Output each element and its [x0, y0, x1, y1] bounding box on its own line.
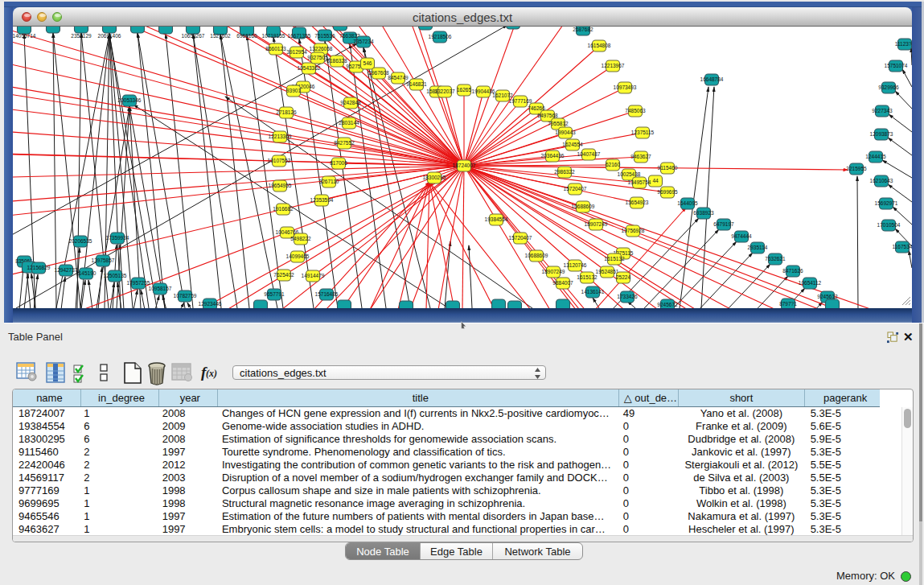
svg-text:10543362: 10543362 [298, 65, 321, 71]
svg-text:14055714: 14055714 [13, 33, 36, 39]
svg-text:17010504: 17010504 [877, 222, 901, 228]
svg-text:1322037: 1322037 [434, 89, 455, 94]
svg-text:6938923: 6938923 [693, 210, 714, 216]
svg-text:2803144: 2803144 [339, 120, 359, 126]
svg-text:19654955: 19654955 [269, 183, 292, 188]
svg-text:8797?1: 8797?1 [779, 301, 797, 307]
svg-text:7485063: 7485063 [625, 108, 646, 113]
svg-text:3267110: 3267110 [319, 179, 339, 184]
svg-text:10688609: 10688609 [525, 253, 548, 258]
svg-text:18907249: 18907249 [542, 269, 565, 274]
svg-text:6497568: 6497568 [537, 113, 558, 118]
svg-text:12942737: 12942737 [55, 267, 78, 273]
svg-text:62160: 62160 [606, 162, 620, 167]
svg-text:14914479: 14914479 [302, 273, 325, 278]
svg-text:19756928: 19756928 [622, 228, 645, 233]
svg-text:12213967: 12213967 [602, 63, 625, 68]
svg-text:9245612: 9245612 [817, 294, 838, 299]
svg-text:1621072: 1621072 [492, 93, 513, 98]
svg-text:2986322: 2986322 [554, 169, 575, 175]
svg-text:25224: 25224 [616, 274, 630, 280]
svg-text:1615132: 1615132 [577, 274, 598, 280]
svg-text:13226058: 13226058 [310, 46, 333, 51]
svg-text:15692971: 15692971 [875, 200, 898, 206]
svg-text:5498222: 5498222 [290, 236, 311, 241]
svg-text:3912954: 3912954 [286, 49, 307, 55]
svg-text:20206535: 20206535 [69, 238, 92, 244]
svg-text:9699695: 9699695 [657, 189, 678, 195]
svg-text:9227343: 9227343 [872, 108, 893, 113]
svg-text:10719155: 10719155 [262, 33, 285, 39]
svg-text:12353594: 12353594 [310, 197, 334, 203]
svg-text:10407487: 10407487 [577, 151, 601, 157]
svg-text:1615132: 1615132 [604, 256, 625, 262]
svg-text:12156829: 12156829 [27, 265, 51, 270]
svg-text:9329966: 9329966 [878, 84, 899, 90]
svg-text:9146821: 9146821 [406, 81, 427, 87]
svg-text:20364436: 20364436 [541, 153, 565, 159]
svg-text:12093873: 12093873 [870, 131, 893, 137]
svg-text:6479197: 6479197 [713, 221, 734, 227]
svg-text:10107552: 10107552 [268, 158, 291, 163]
svg-text:9242848: 9242848 [340, 100, 361, 105]
svg-text:13120746: 13120746 [564, 262, 587, 268]
svg-text:19524851: 19524851 [596, 269, 619, 274]
svg-text:6966160: 6966160 [236, 33, 257, 39]
svg-text:16671355: 16671355 [288, 33, 311, 39]
svg-text:7632621: 7632621 [765, 256, 786, 262]
svg-text:17359934: 17359934 [106, 235, 129, 241]
svg-text:7625402: 7625402 [273, 272, 294, 278]
svg-text:20053346: 20053346 [118, 97, 142, 103]
svg-text:9327505: 9327505 [307, 55, 328, 60]
svg-text:546: 546 [363, 60, 372, 66]
svg-text:1916682: 1916682 [273, 206, 294, 212]
svg-text:9245672: 9245672 [657, 302, 678, 307]
svg-text:15720407: 15720407 [509, 235, 532, 241]
svg-text:9657791: 9657791 [264, 291, 285, 297]
svg-text:93901: 93901 [286, 88, 301, 93]
svg-text:8186328: 8186328 [326, 58, 347, 64]
svg-text:16210643: 16210643 [870, 178, 893, 183]
svg-text:1167534: 1167534 [893, 244, 912, 249]
svg-text:14099465: 14099465 [286, 253, 310, 259]
svg-text:8471626: 8471626 [782, 268, 803, 274]
svg-text:17957255: 17957255 [127, 280, 150, 286]
svg-text:1624554: 1624554 [562, 142, 583, 147]
svg-text:19777169: 19777169 [509, 98, 532, 104]
svg-text:11123?4: 11123?4 [895, 41, 912, 47]
svg-text:7955812: 7955812 [548, 121, 569, 126]
svg-text:1244415: 1244415 [865, 154, 886, 159]
svg-text:817006: 817006 [330, 160, 347, 166]
svg-text:12213369: 12213369 [269, 134, 292, 139]
svg-text:18300295: 18300295 [423, 175, 446, 180]
svg-text:16648784: 16648784 [700, 76, 724, 82]
svg-text:9474444: 9474444 [731, 233, 752, 239]
svg-text:8427552: 8427552 [334, 140, 355, 146]
svg-text:12375115: 12375115 [631, 130, 655, 135]
svg-text:9884007: 9884007 [552, 280, 573, 286]
svg-text:19218506: 19218506 [429, 34, 452, 39]
svg-text:2687682: 2687682 [573, 27, 593, 32]
svg-text:14136141: 14136141 [581, 289, 605, 295]
svg-text:10653267: 10653267 [182, 33, 205, 39]
svg-text:13495754: 13495754 [628, 179, 651, 185]
svg-text:13654923: 13654923 [626, 200, 649, 205]
svg-text:13975857: 13975857 [92, 257, 115, 263]
svg-text:10688609: 10688609 [572, 204, 595, 209]
svg-text:1990443: 1990443 [555, 130, 576, 135]
svg-text:9115460: 9115460 [658, 165, 678, 171]
svg-text:10782759: 10782759 [174, 293, 197, 299]
svg-text:2967608: 2967608 [368, 70, 389, 76]
svg-text:18907249: 18907249 [585, 221, 608, 227]
svg-text:8660123: 8660123 [265, 46, 286, 51]
svg-text:20691406: 20691406 [98, 33, 121, 39]
svg-text:10958157: 10958157 [149, 286, 172, 291]
svg-text:(x): (x) [206, 368, 217, 379]
svg-text:16154808: 16154808 [588, 43, 611, 48]
svg-text:1527602: 1527602 [210, 33, 231, 39]
svg-text:1145190: 1145190 [76, 270, 97, 276]
svg-text:16265: 16265 [457, 87, 471, 93]
svg-text:44: 44 [652, 178, 659, 183]
svg-text:10025438: 10025438 [618, 171, 641, 177]
svg-text:7515536: 7515536 [314, 33, 335, 39]
